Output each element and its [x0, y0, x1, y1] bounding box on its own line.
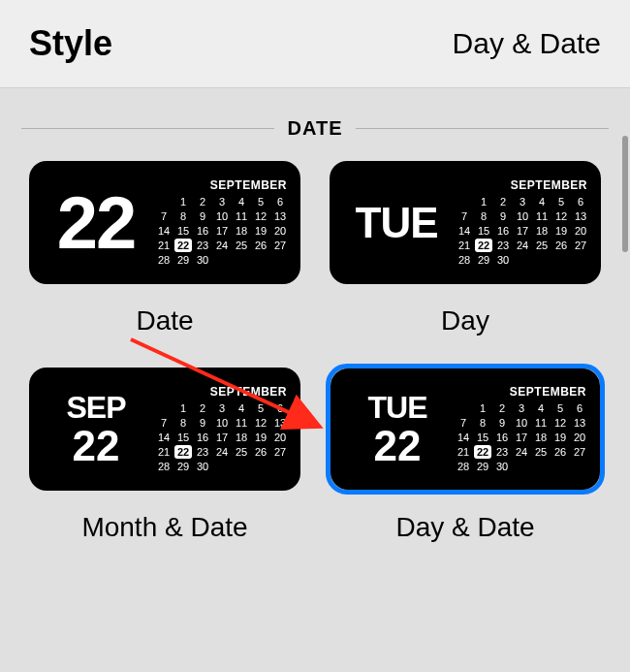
calendar-day: 15: [174, 224, 192, 238]
calendar-day: 30: [194, 460, 211, 473]
calendar-day: 25: [533, 239, 551, 252]
calendar-day: 25: [532, 445, 550, 459]
calendar-day: 1: [174, 401, 192, 415]
style-option-month-date[interactable]: SEP22SEPTEMBER12345678910111213141516171…: [21, 364, 308, 543]
calendar-day: 11: [533, 209, 551, 223]
calendar-day: 9: [194, 209, 211, 223]
option-label: Day & Date: [395, 512, 534, 543]
calendar-grid: 1234567891011121314151617181920212223242…: [155, 401, 289, 473]
calendar-day: 25: [233, 239, 250, 252]
calendar-day: 20: [271, 224, 289, 238]
calendar-day: 25: [233, 445, 250, 459]
calendar-day: 23: [493, 445, 511, 459]
calendar-day: 6: [571, 401, 588, 415]
section-divider: DATE: [21, 117, 609, 140]
option-label: Day: [441, 305, 489, 336]
calendar-day: 8: [174, 416, 192, 430]
calendar-day: 13: [572, 209, 589, 223]
calendar-day: 12: [252, 209, 269, 223]
calendar-day: 21: [155, 445, 173, 459]
calendar-day: 20: [271, 431, 289, 444]
calendar-day: 17: [514, 224, 531, 238]
calendar-day: 1: [474, 401, 491, 415]
option-label: Month & Date: [81, 512, 247, 543]
calendar-day: 27: [271, 239, 289, 252]
calendar-day: 2: [194, 195, 211, 208]
calendar-day: 27: [572, 239, 589, 252]
calendar-day: 21: [456, 239, 473, 252]
calendar-day: 12: [551, 416, 569, 430]
style-grid: 22SEPTEMBER12345678910111213141516171819…: [0, 157, 630, 543]
calendar-day: 21: [455, 445, 472, 459]
calendar-day: 23: [494, 239, 512, 252]
calendar-day: 16: [494, 224, 512, 238]
calendar-month-label: SEPTEMBER: [210, 385, 289, 399]
widget-preview: 22SEPTEMBER12345678910111213141516171819…: [25, 157, 304, 288]
calendar-day: 9: [494, 209, 512, 223]
calendar-day: 26: [252, 445, 269, 459]
calendar-day: 5: [252, 195, 269, 208]
calendar-day: 29: [174, 460, 192, 473]
calendar-day: 7: [456, 209, 473, 223]
calendar-day: 21: [155, 239, 173, 252]
calendar-grid: 1234567891011121314151617181920212223242…: [456, 195, 589, 267]
calendar-day-today: 22: [174, 445, 192, 459]
calendar-day: 20: [571, 431, 588, 444]
calendar-day: 14: [455, 431, 472, 444]
calendar-day: 17: [213, 224, 231, 238]
calendar-day: 15: [174, 431, 192, 444]
calendar-day: 29: [174, 253, 192, 267]
calendar-day: 26: [551, 445, 569, 459]
calendar-day: 8: [474, 416, 491, 430]
calendar-day: 1: [475, 195, 492, 208]
style-option-day[interactable]: TUESEPTEMBER1234567891011121314151617181…: [322, 157, 609, 336]
calendar-month-label: SEPTEMBER: [511, 178, 589, 192]
calendar-day-today: 22: [174, 239, 192, 252]
calendar-day: 11: [233, 209, 250, 223]
style-option-day-date[interactable]: TUE22SEPTEMBER12345678910111213141516171…: [322, 364, 609, 543]
calendar-day: 6: [271, 195, 289, 208]
calendar-day: 26: [552, 239, 570, 252]
calendar-day: 4: [233, 401, 250, 415]
calendar-day: 2: [493, 401, 511, 415]
header: Style Day & Date: [0, 0, 630, 88]
calendar-day: 24: [514, 239, 531, 252]
calendar-day: 2: [494, 195, 512, 208]
calendar-day: 17: [213, 431, 231, 444]
calendar-day: 28: [455, 460, 472, 473]
calendar-day: 27: [271, 445, 289, 459]
calendar-day: 19: [551, 431, 569, 444]
calendar-day: 3: [514, 195, 531, 208]
widget-stacked-label: SEP22: [43, 392, 149, 467]
calendar-day: 18: [233, 224, 250, 238]
calendar-grid: 1234567891011121314151617181920212223242…: [455, 401, 588, 473]
calendar-day: 15: [474, 431, 491, 444]
calendar-day: 6: [271, 401, 289, 415]
calendar-day: 5: [551, 401, 569, 415]
calendar-day: 2: [194, 401, 211, 415]
calendar-day: 20: [572, 224, 589, 238]
calendar-month-label: SEPTEMBER: [210, 178, 289, 192]
page-title: Style: [29, 23, 112, 64]
calendar-day: 26: [252, 239, 269, 252]
calendar-day: 11: [532, 416, 550, 430]
widget-preview: TUESEPTEMBER1234567891011121314151617181…: [326, 157, 605, 288]
calendar-day: 17: [513, 431, 530, 444]
calendar-day: 28: [155, 253, 173, 267]
calendar-day: 14: [155, 431, 173, 444]
widget-preview: SEP22SEPTEMBER12345678910111213141516171…: [25, 364, 304, 495]
widget-preview: TUE22SEPTEMBER12345678910111213141516171…: [326, 364, 605, 495]
calendar-day: 24: [513, 445, 530, 459]
calendar-day: 28: [456, 253, 473, 267]
calendar-day: 28: [155, 460, 173, 473]
calendar-day: 29: [474, 460, 491, 473]
calendar-day: 3: [513, 401, 530, 415]
calendar-day: 4: [533, 195, 551, 208]
calendar-day: 24: [213, 445, 231, 459]
selected-style-label: Day & Date: [453, 27, 601, 60]
scrollbar[interactable]: [622, 136, 628, 252]
calendar-day: 4: [233, 195, 250, 208]
calendar-day: 10: [213, 209, 231, 223]
calendar-day: 23: [194, 239, 211, 252]
style-option-date[interactable]: 22SEPTEMBER12345678910111213141516171819…: [21, 157, 308, 336]
